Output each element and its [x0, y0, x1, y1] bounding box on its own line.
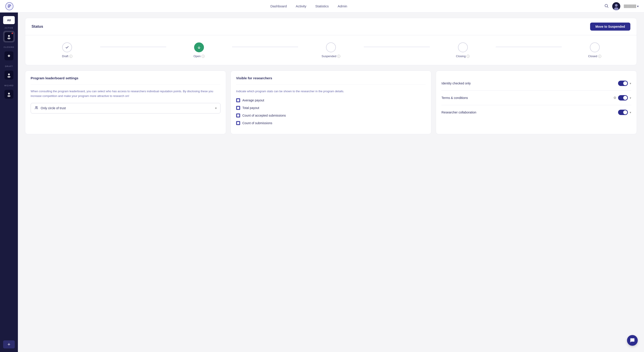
- toggle-collab-label: Researcher collaboration: [442, 111, 476, 114]
- sidebar-item-closing-1[interactable]: [3, 50, 15, 62]
- step-suspended: Suspended i: [298, 42, 364, 58]
- nav-dashboard[interactable]: Dashboard: [270, 4, 287, 8]
- group-icon: [34, 106, 38, 111]
- move-to-suspended-button[interactable]: Move to Suspended: [590, 22, 630, 31]
- nav-statistics[interactable]: Statistics: [315, 4, 329, 8]
- svg-point-11: [8, 73, 10, 75]
- toggle-collab-chevron-icon[interactable]: ▾: [630, 111, 631, 114]
- checkbox-avg-payout-label: Average payout: [242, 99, 264, 102]
- svg-point-17: [36, 107, 38, 108]
- checkbox-total-payout[interactable]: Total payout: [236, 106, 426, 110]
- step-closing: Closing i: [430, 42, 496, 58]
- step-label-open: Open i: [194, 54, 204, 58]
- sidebar-wizard-label: WIZARD: [0, 84, 18, 87]
- checkbox-count-submissions-box: [236, 121, 240, 125]
- step-info-suspended[interactable]: i: [337, 55, 340, 58]
- visible-divider: [236, 84, 426, 85]
- toggle-row-terms: Terms & conditions ⚙ ▾: [442, 91, 631, 105]
- settings-panel: Identity checked only ▾ Terms & conditio…: [436, 71, 637, 134]
- step-info-closing[interactable]: i: [466, 55, 470, 58]
- svg-line-2: [607, 6, 608, 7]
- nav-activity[interactable]: Activity: [296, 4, 306, 8]
- checkbox-accepted-submissions[interactable]: Count of accepted submissions: [236, 113, 426, 118]
- svg-point-12: [8, 76, 10, 78]
- toggle-identity-chevron-icon[interactable]: ▾: [630, 82, 631, 85]
- checkbox-total-payout-box: [236, 106, 240, 110]
- leaderboard-desc: When consulting the program leaderboard,…: [31, 89, 220, 99]
- checkbox-total-payout-label: Total payout: [242, 106, 260, 110]
- toggle-row-identity: Identity checked only ▾: [442, 76, 631, 91]
- step-closed: Closed i: [562, 42, 628, 58]
- toggle-identity-right: ▾: [618, 81, 631, 86]
- sidebar: All ACTIVE CLOSING DRAFT: [0, 12, 18, 352]
- gear-icon[interactable]: ⚙: [613, 96, 616, 100]
- topnav-right: ██████ ▾: [604, 2, 639, 10]
- svg-point-16: [36, 107, 37, 108]
- sidebar-all-button[interactable]: All: [3, 16, 15, 24]
- sidebar-closing-label: CLOSING: [0, 46, 18, 48]
- step-circle-open: [194, 42, 204, 52]
- step-circle-closed: [590, 42, 600, 52]
- step-circle-draft: [62, 42, 72, 52]
- sidebar-draft-label: DRAFT: [0, 65, 18, 67]
- toggle-collab-right: ▾: [618, 110, 631, 115]
- connector-4: [496, 47, 562, 47]
- nav-links: Dashboard Activity Statistics Admin: [270, 4, 347, 8]
- leaderboard-dropdown[interactable]: Only circle of trust ▾: [31, 103, 220, 113]
- sidebar-item-wizard-1[interactable]: [3, 88, 15, 100]
- connector-1: [100, 47, 166, 47]
- sidebar-add-button[interactable]: +: [3, 340, 15, 349]
- connector-2: [232, 47, 298, 47]
- step-info-closed[interactable]: i: [598, 55, 601, 58]
- step-circle-suspended: [326, 42, 336, 52]
- leaderboard-divider: [31, 84, 220, 85]
- search-icon[interactable]: [604, 3, 609, 9]
- status-card: Status Move to Suspended Draft i: [25, 18, 637, 65]
- toggle-terms-chevron-icon[interactable]: ▾: [630, 96, 631, 100]
- dropdown-chevron-icon: ▾: [215, 106, 217, 110]
- topnav: Dashboard Activity Statistics Admin ████…: [0, 0, 644, 12]
- dropdown-label: Only circle of trust: [41, 106, 66, 110]
- status-title: Status: [32, 24, 43, 29]
- step-open: Open i: [166, 42, 232, 58]
- toggle-terms-right: ⚙ ▾: [613, 95, 631, 101]
- svg-point-1: [605, 4, 608, 7]
- sidebar-item-draft-1[interactable]: [3, 69, 15, 81]
- step-circle-closing: [458, 42, 468, 52]
- visible-desc: Indicate which program stats can be show…: [236, 89, 426, 94]
- layout: All ACTIVE CLOSING DRAFT: [0, 12, 644, 352]
- sidebar-item-active-1[interactable]: [3, 31, 15, 42]
- toggle-identity-switch[interactable]: [618, 81, 628, 86]
- chat-button[interactable]: [627, 335, 638, 346]
- logo[interactable]: [5, 2, 14, 10]
- step-info-open[interactable]: i: [202, 55, 204, 58]
- leaderboard-panel: Program leaderboard settings When consul…: [25, 71, 226, 134]
- svg-point-14: [8, 93, 10, 94]
- step-label-closed: Closed i: [588, 54, 601, 58]
- visible-panel: Visible for researchers Indicate which p…: [230, 71, 432, 134]
- user-menu[interactable]: ██████ ▾: [624, 4, 639, 8]
- avatar[interactable]: [612, 2, 620, 10]
- status-steps: Draft i Open i: [25, 35, 636, 65]
- toggle-terms-label: Terms & conditions: [442, 96, 468, 100]
- step-label-closing: Closing i: [456, 54, 470, 58]
- toggle-identity-label: Identity checked only: [442, 82, 471, 85]
- svg-point-7: [8, 35, 10, 37]
- toggle-collab-switch[interactable]: [618, 110, 628, 115]
- toggle-row-collab: Researcher collaboration ▾: [442, 105, 631, 120]
- checkbox-avg-payout-box: [236, 98, 240, 102]
- checkbox-accepted-submissions-label: Count of accepted submissions: [242, 114, 286, 117]
- panels-row: Program leaderboard settings When consul…: [25, 71, 637, 134]
- svg-point-4: [615, 4, 618, 7]
- nav-admin[interactable]: Admin: [338, 4, 347, 8]
- checkbox-avg-payout[interactable]: Average payout: [236, 98, 426, 102]
- checkbox-count-submissions[interactable]: Count of submissions: [236, 121, 426, 125]
- step-info-draft[interactable]: i: [69, 55, 72, 58]
- visible-title: Visible for researchers: [236, 76, 426, 80]
- checkbox-accepted-submissions-box: [236, 113, 240, 118]
- connector-3: [364, 47, 430, 47]
- leaderboard-title: Program leaderboard settings: [31, 76, 220, 80]
- toggle-terms-switch[interactable]: [618, 95, 628, 101]
- step-draft: Draft i: [34, 42, 100, 58]
- status-card-header: Status Move to Suspended: [25, 18, 636, 35]
